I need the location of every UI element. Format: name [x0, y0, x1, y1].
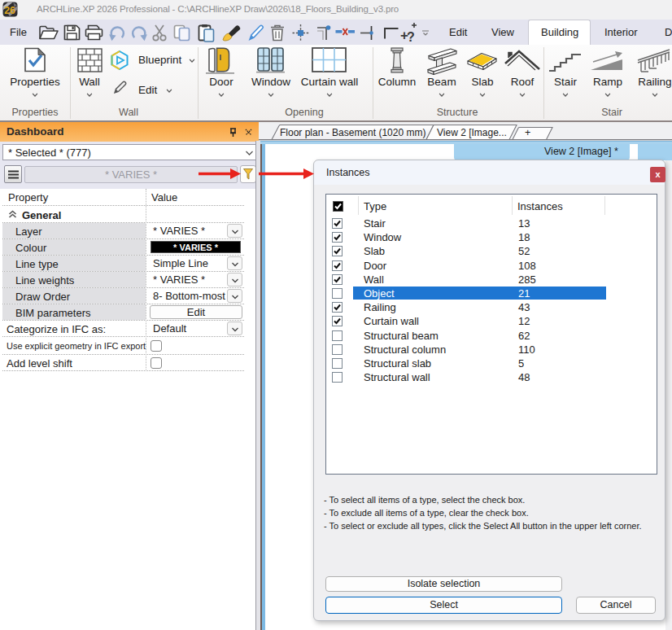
- svg-text:View 2 [Image...: View 2 [Image...: [437, 127, 507, 138]
- svg-text:Floor plan - Basement (1020 mm: Floor plan - Basement (1020 mm): [280, 127, 425, 138]
- svg-text:?: ?: [407, 30, 415, 43]
- svg-text:+: +: [525, 127, 530, 138]
- svg-text:26: 26: [4, 5, 15, 16]
